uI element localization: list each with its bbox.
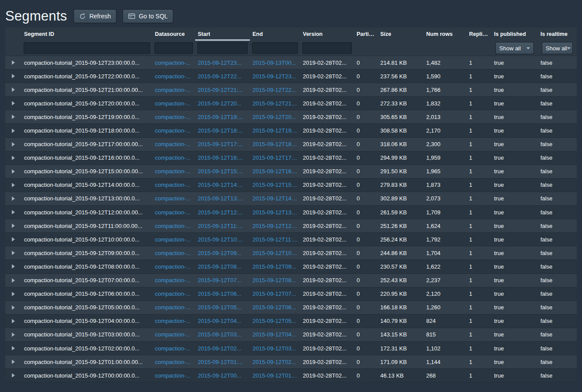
end-link[interactable]: 2015-09-12T12:... bbox=[252, 223, 298, 229]
end-link[interactable]: 2015-09-12T01:... bbox=[252, 372, 298, 379]
start-link[interactable]: 2015-09-12T12:... bbox=[198, 209, 243, 216]
datasource-link[interactable]: compaction-... bbox=[155, 168, 191, 175]
datasource-link[interactable]: compaction-... bbox=[155, 345, 191, 352]
end-link[interactable]: 2015-09-12T13:... bbox=[252, 209, 298, 216]
row-expander-icon[interactable] bbox=[12, 142, 15, 147]
row-expander-icon[interactable] bbox=[12, 224, 15, 228]
end-link[interactable]: 2015-09-12T11:... bbox=[252, 236, 297, 243]
column-header-segment-id[interactable]: Segment ID bbox=[21, 28, 152, 41]
datasource-link[interactable]: compaction-... bbox=[155, 73, 191, 80]
end-link[interactable]: 2015-09-12T23... bbox=[252, 73, 296, 80]
datasource-link[interactable]: compaction-... bbox=[155, 277, 191, 284]
column-header-start[interactable]: Start bbox=[195, 28, 250, 41]
end-link[interactable]: 2015-09-12T22... bbox=[252, 87, 296, 93]
datasource-link[interactable]: compaction-... bbox=[155, 372, 191, 379]
end-link[interactable]: 2015-09-12T15:... bbox=[252, 182, 298, 188]
column-header-end[interactable]: End bbox=[250, 28, 300, 41]
end-link[interactable]: 2015-09-12T14:... bbox=[252, 195, 298, 202]
datasource-link[interactable]: compaction-... bbox=[155, 209, 191, 216]
end-link[interactable]: 2015-09-12T04... bbox=[252, 331, 296, 338]
start-link[interactable]: 2015-09-12T06... bbox=[198, 290, 242, 297]
start-link[interactable]: 2015-09-12T23... bbox=[198, 60, 242, 66]
is-published-filter-select[interactable]: Show all bbox=[496, 42, 533, 54]
end-link[interactable]: 2015-09-12T06... bbox=[252, 304, 296, 311]
datasource-link[interactable]: compaction-... bbox=[155, 290, 191, 297]
column-header-replicas[interactable]: Replic... bbox=[466, 28, 491, 41]
column-header-size[interactable]: Size bbox=[378, 28, 424, 41]
row-expander-icon[interactable] bbox=[12, 60, 15, 65]
start-link[interactable]: 2015-09-12T14:... bbox=[198, 182, 243, 188]
start-link[interactable]: 2015-09-12T15:... bbox=[198, 168, 243, 175]
segment-id-filter-input[interactable] bbox=[24, 42, 150, 54]
datasource-link[interactable]: compaction-... bbox=[155, 318, 191, 324]
end-link[interactable]: 2015-09-12T03... bbox=[252, 345, 296, 352]
end-link[interactable]: 2015-09-12T16:... bbox=[252, 168, 298, 175]
datasource-link[interactable]: compaction-... bbox=[155, 182, 191, 188]
column-header-partition[interactable]: Partiti... bbox=[354, 28, 378, 41]
row-expander-icon[interactable] bbox=[12, 251, 15, 255]
start-filter-input[interactable] bbox=[197, 42, 248, 54]
start-link[interactable]: 2015-09-12T11:... bbox=[198, 223, 242, 229]
datasource-link[interactable]: compaction-... bbox=[155, 154, 191, 161]
column-header-version[interactable]: Version bbox=[300, 28, 354, 41]
start-link[interactable]: 2015-09-12T04... bbox=[198, 318, 242, 324]
start-link[interactable]: 2015-09-12T00... bbox=[198, 372, 242, 379]
datasource-link[interactable]: compaction-... bbox=[155, 114, 191, 120]
row-expander-icon[interactable] bbox=[12, 115, 15, 119]
end-filter-input[interactable] bbox=[252, 42, 298, 54]
end-link[interactable]: 2015-09-12T17:... bbox=[252, 154, 298, 161]
row-expander-icon[interactable] bbox=[12, 360, 15, 364]
datasource-link[interactable]: compaction-... bbox=[155, 223, 191, 229]
row-expander-icon[interactable] bbox=[12, 129, 15, 133]
start-link[interactable]: 2015-09-12T18:... bbox=[198, 127, 243, 134]
row-expander-icon[interactable] bbox=[12, 156, 15, 160]
start-link[interactable]: 2015-09-12T22... bbox=[198, 73, 242, 80]
start-link[interactable]: 2015-09-12T13:... bbox=[198, 195, 243, 202]
end-link[interactable]: 2015-09-12T09... bbox=[252, 263, 296, 270]
version-filter-input[interactable] bbox=[302, 42, 352, 54]
row-expander-icon[interactable] bbox=[12, 332, 15, 337]
datasource-link[interactable]: compaction-... bbox=[155, 263, 191, 270]
row-expander-icon[interactable] bbox=[12, 88, 15, 92]
start-link[interactable]: 2015-09-12T20... bbox=[198, 100, 242, 107]
row-expander-icon[interactable] bbox=[12, 237, 15, 242]
row-expander-icon[interactable] bbox=[12, 292, 15, 296]
start-link[interactable]: 2015-09-12T19:... bbox=[198, 114, 243, 120]
row-expander-icon[interactable] bbox=[12, 319, 15, 323]
row-expander-icon[interactable] bbox=[12, 210, 15, 214]
datasource-link[interactable]: compaction-... bbox=[155, 60, 191, 66]
column-header-is-published[interactable]: Is published bbox=[491, 28, 538, 41]
is-realtime-filter-select[interactable]: Show all bbox=[542, 42, 572, 54]
row-expander-icon[interactable] bbox=[12, 74, 15, 78]
end-link[interactable]: 2015-09-12T20... bbox=[252, 114, 296, 120]
datasource-link[interactable]: compaction-... bbox=[155, 100, 191, 107]
row-expander-icon[interactable] bbox=[12, 101, 15, 105]
end-link[interactable]: 2015-09-12T08... bbox=[252, 277, 296, 284]
refresh-button[interactable]: Refresh bbox=[74, 10, 116, 23]
start-link[interactable]: 2015-09-12T05... bbox=[198, 304, 242, 311]
column-header-is-realtime[interactable]: Is realtime bbox=[538, 28, 577, 41]
column-header-num-rows[interactable]: Num rows bbox=[424, 28, 466, 41]
start-link[interactable]: 2015-09-12T03... bbox=[198, 331, 242, 338]
row-expander-icon[interactable] bbox=[12, 305, 15, 310]
end-link[interactable]: 2015-09-12T05... bbox=[252, 318, 296, 324]
datasource-link[interactable]: compaction-... bbox=[155, 250, 191, 256]
end-link[interactable]: 2015-09-12T19:... bbox=[252, 127, 298, 134]
column-header-datasource[interactable]: Datasource bbox=[152, 28, 195, 41]
datasource-link[interactable]: compaction-... bbox=[155, 236, 191, 243]
datasource-link[interactable]: compaction-... bbox=[155, 331, 191, 338]
start-link[interactable]: 2015-09-12T10:... bbox=[198, 236, 243, 243]
row-expander-icon[interactable] bbox=[12, 346, 15, 350]
datasource-link[interactable]: compaction-... bbox=[155, 304, 191, 311]
datasource-link[interactable]: compaction-... bbox=[155, 195, 191, 202]
end-link[interactable]: 2015-09-12T02... bbox=[252, 359, 296, 365]
end-link[interactable]: 2015-09-12T07... bbox=[252, 290, 296, 297]
end-link[interactable]: 2015-09-13T00... bbox=[252, 60, 296, 66]
datasource-link[interactable]: compaction-... bbox=[155, 127, 191, 134]
start-link[interactable]: 2015-09-12T01:... bbox=[198, 359, 243, 365]
start-link[interactable]: 2015-09-12T08... bbox=[198, 263, 242, 270]
start-link[interactable]: 2015-09-12T16:... bbox=[198, 154, 243, 161]
row-expander-icon[interactable] bbox=[12, 373, 15, 378]
start-link[interactable]: 2015-09-12T02... bbox=[198, 345, 242, 352]
row-expander-icon[interactable] bbox=[12, 196, 15, 201]
